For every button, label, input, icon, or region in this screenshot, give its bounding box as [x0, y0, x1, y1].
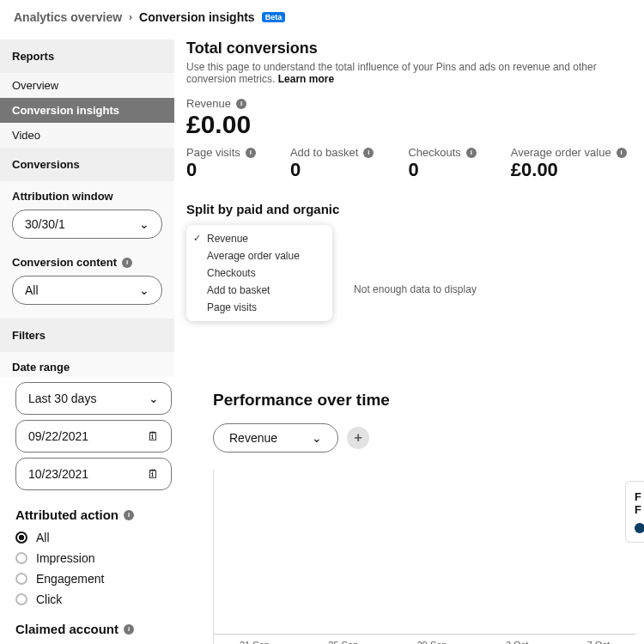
revenue-block: Revenue i £0.00 [186, 97, 644, 139]
conversion-content-value: All [25, 283, 39, 297]
info-icon: i [466, 148, 477, 158]
chevron-right-icon: › [129, 11, 132, 23]
info-icon: i [617, 148, 627, 158]
dropdown-option-checkouts[interactable]: Checkouts [186, 264, 332, 282]
split-metric-dropdown[interactable]: Revenue ⌄ Revenue Average order value Ch… [186, 225, 644, 252]
performance-chart: 21 Sep 25 Sep 29 Sep 3 Oct 7 Oct [213, 470, 635, 644]
beta-badge: Beta [262, 12, 286, 22]
chevron-down-icon: ⌄ [149, 392, 159, 405]
x-tick: 7 Oct [587, 640, 610, 644]
main-content: Total conversions Use this page to under… [174, 39, 644, 377]
calendar-icon: 🗓 [147, 429, 159, 443]
split-section-title: Split by paid and organic [186, 202, 644, 216]
conversion-content-select[interactable]: All ⌄ [12, 276, 162, 305]
sidebar-section-reports: Reports [0, 39, 174, 73]
info-icon: i [124, 624, 134, 635]
metric-value: 0 [408, 159, 476, 181]
metric-value: £0.00 [511, 159, 627, 181]
chevron-down-icon: ⌄ [139, 283, 149, 297]
sidebar-item-conversion-insights[interactable]: Conversion insights [0, 98, 174, 123]
performance-title: Performance over time [213, 391, 635, 410]
dropdown-option-page-visits[interactable]: Page visits [186, 299, 332, 316]
x-tick: 3 Oct [506, 640, 528, 644]
revenue-value: £0.00 [186, 110, 644, 139]
sidebar-lower: Last 30 days ⌄ 09/22/2021 🗓 10/23/2021 🗓… [0, 377, 187, 644]
attributed-action-engagement[interactable]: Engagement [0, 568, 187, 589]
date-end-input[interactable]: 10/23/2021 🗓 [15, 458, 172, 490]
radio-icon [15, 593, 27, 605]
feedback-dot-icon [635, 523, 644, 533]
attributed-action-impression[interactable]: Impression [0, 548, 187, 568]
attributed-action-title: Attributed action i [0, 495, 187, 527]
x-tick: 21 Sep [240, 640, 270, 644]
radio-icon [15, 573, 27, 585]
add-metric-button[interactable]: + [347, 427, 369, 449]
metric-page-visits: Page visitsi 0 [186, 146, 256, 181]
date-start-input[interactable]: 09/22/2021 🗓 [15, 420, 172, 453]
metrics-row: Page visitsi 0 Add to basketi 0 Checkout… [186, 146, 644, 181]
metric-value: 0 [186, 159, 256, 181]
x-tick: 29 Sep [417, 640, 447, 644]
radio-icon [15, 552, 27, 564]
metric-add-to-basket: Add to basketi 0 [290, 146, 374, 181]
attribution-window-label: Attribution window [0, 181, 174, 206]
performance-metric-select[interactable]: Revenue ⌄ [213, 423, 338, 453]
info-icon: i [246, 148, 256, 158]
metric-value: 0 [290, 159, 374, 181]
date-preset-select[interactable]: Last 30 days ⌄ [15, 382, 172, 415]
chevron-down-icon: ⌄ [139, 217, 149, 231]
metric-checkouts: Checkoutsi 0 [408, 146, 476, 181]
feedback-widget[interactable]: F F [625, 481, 644, 543]
chart-x-axis: 21 Sep 25 Sep 29 Sep 3 Oct 7 Oct [214, 634, 635, 644]
attributed-action-click[interactable]: Click [0, 589, 187, 610]
revenue-label: Revenue [186, 97, 231, 110]
breadcrumb: Analytics overview › Conversion insights… [0, 0, 644, 39]
breadcrumb-current: Conversion insights [139, 10, 255, 24]
radio-icon [15, 532, 27, 544]
chevron-down-icon: ⌄ [312, 431, 322, 445]
info-icon: i [124, 510, 134, 520]
x-tick: 25 Sep [328, 640, 358, 644]
attribution-window-value: 30/30/1 [25, 217, 65, 231]
claimed-account-title: Claimed account i [0, 610, 187, 641]
page-subtitle: Use this page to understand the total in… [186, 61, 644, 85]
performance-section: Performance over time Revenue ⌄ + 21 Sep… [187, 377, 644, 644]
sidebar-section-conversions: Conversions [0, 148, 174, 181]
dropdown-option-revenue[interactable]: Revenue [186, 230, 332, 247]
info-icon: i [122, 258, 132, 268]
sidebar-section-filters: Filters [0, 319, 174, 352]
page-title: Total conversions [186, 39, 644, 58]
conversion-content-label: Conversion content i [0, 247, 174, 272]
info-icon: i [363, 148, 374, 158]
sidebar-item-overview[interactable]: Overview [0, 73, 174, 98]
attributed-action-all[interactable]: All [0, 527, 187, 548]
metric-average-order-value: Average order valuei £0.00 [511, 146, 627, 181]
split-dropdown-menu: Revenue Average order value Checkouts Ad… [186, 225, 332, 321]
sidebar: Reports Overview Conversion insights Vid… [0, 39, 174, 377]
date-range-label: Date range [0, 352, 174, 377]
info-icon: i [236, 99, 246, 109]
sidebar-item-video[interactable]: Video [0, 123, 174, 148]
dropdown-option-add-to-basket[interactable]: Add to basket [186, 282, 332, 299]
learn-more-link[interactable]: Learn more [278, 73, 334, 85]
breadcrumb-parent[interactable]: Analytics overview [14, 10, 122, 24]
calendar-icon: 🗓 [147, 467, 159, 481]
dropdown-option-aov[interactable]: Average order value [186, 247, 332, 264]
attribution-window-select[interactable]: 30/30/1 ⌄ [12, 210, 162, 239]
